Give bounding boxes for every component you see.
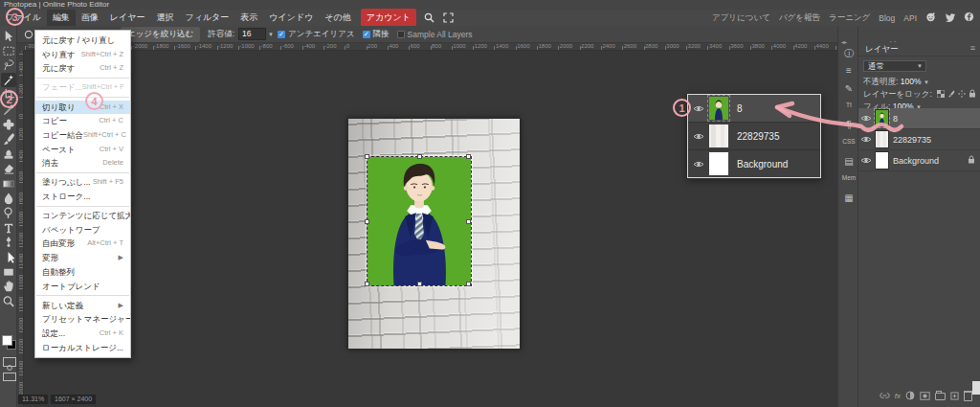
edit-menu-item[interactable]: コピーCtrl + C [35, 114, 130, 128]
twitter-icon[interactable] [945, 11, 955, 24]
opacity-caret[interactable]: ▼ [924, 79, 929, 85]
edit-menu-item[interactable]: 元に戻すCtrl + Z [35, 61, 130, 76]
paragraph-panel-icon[interactable]: ¶ [838, 120, 859, 130]
document-size-status[interactable]: 1607 × 2400 [51, 395, 96, 404]
shape-tool[interactable] [1, 264, 16, 279]
layer-row-22829735[interactable]: 22829735 [858, 129, 980, 150]
opacity-row[interactable]: 不透明度: 100% ▼ [863, 77, 933, 88]
selection-handle[interactable] [365, 219, 369, 224]
edit-menu-item[interactable]: 消去Delete [35, 156, 130, 170]
layer-visibility-eye-icon[interactable] [858, 156, 874, 165]
selection-handle[interactable] [417, 154, 422, 159]
reddit-icon[interactable] [925, 11, 936, 24]
edit-menu-item[interactable]: 切り取りCtrl + X [35, 101, 130, 115]
menu-フィルター[interactable]: フィルター [179, 10, 234, 26]
layer-thumbnail[interactable] [876, 152, 888, 169]
edit-menu-item[interactable]: 塗りつぶし...Shift + F5 [35, 175, 130, 190]
lock-position-icon[interactable] [958, 90, 966, 100]
search-icon[interactable] [423, 11, 436, 25]
menu-表示[interactable]: 表示 [234, 10, 263, 26]
gradient-tool[interactable] [1, 176, 16, 191]
screen-mode-button[interactable] [3, 373, 16, 381]
mask-icon[interactable] [920, 391, 930, 401]
lock-paint-icon[interactable] [947, 90, 955, 100]
document-canvas[interactable] [347, 118, 521, 350]
edit-menu-item[interactable]: プリセットマネージャー... [35, 312, 130, 327]
selection-handle[interactable] [466, 219, 471, 224]
hand-tool[interactable] [1, 280, 16, 294]
edit-menu-item[interactable]: 設定...Ctrl + K [35, 327, 130, 341]
selection-handle[interactable] [466, 154, 471, 159]
type-tool[interactable] [1, 220, 16, 235]
edit-menu-item[interactable]: オートブレンド [35, 280, 130, 294]
link-Blog[interactable]: Blog [879, 13, 895, 23]
layer-thumbnail[interactable] [876, 110, 888, 126]
menu-ウインドウ[interactable]: ウインドウ [263, 10, 319, 26]
lock-all-icon[interactable] [969, 89, 976, 100]
marquee-tool[interactable] [1, 43, 16, 57]
effects-icon[interactable]: fx [895, 391, 901, 401]
dodge-tool[interactable] [1, 206, 16, 220]
magic-wand-tool[interactable] [1, 73, 16, 87]
menu-編集[interactable]: 編集 [47, 10, 76, 26]
selection-handle[interactable] [365, 154, 369, 159]
link-バグを報告[interactable]: バグを報告 [779, 12, 820, 24]
properties-panel-icon[interactable]: ≡ [838, 65, 859, 76]
account-button[interactable]: アカウント [361, 9, 416, 27]
zoom-tool[interactable] [1, 294, 16, 308]
layer-row-Background[interactable]: Background [858, 150, 980, 171]
selection-handle[interactable] [466, 282, 471, 286]
clone-stamp-tool[interactable] [1, 147, 16, 161]
layer-name[interactable]: Background [893, 156, 968, 166]
option-check-Sample All Layers[interactable]: Sample All Layers [397, 29, 473, 40]
link-icon[interactable] [880, 391, 890, 401]
fullscreen-icon[interactable] [442, 11, 456, 25]
checkbox-icon[interactable]: ✓ [278, 31, 285, 38]
edit-menu-item[interactable]: コピー結合Shift+Ctrl + C [35, 128, 130, 143]
collapse-left-icon[interactable]: ◂▸ [841, 38, 847, 45]
selection-mode-new-icon[interactable] [22, 28, 35, 41]
delete-icon[interactable] [964, 391, 972, 401]
edit-menu-item[interactable]: やり直すShift+Ctrl + Z [35, 48, 130, 62]
tolerance-caret[interactable]: ▼ [268, 32, 274, 37]
blur-tool[interactable] [1, 191, 16, 205]
picture-panel-icon[interactable]: ▦ [838, 192, 859, 203]
css-panel-icon[interactable]: CSS [838, 138, 859, 145]
checkbox-icon[interactable]: ✓ [363, 31, 370, 38]
layer-visibility-eye-icon[interactable] [858, 114, 874, 123]
quick-mask-button[interactable] [3, 357, 16, 367]
selection-handle[interactable] [417, 282, 422, 286]
edit-menu-item[interactable]: ストローク... [35, 190, 130, 204]
layer-thumbnail[interactable] [876, 131, 888, 147]
opacity-value[interactable]: 100% [901, 77, 922, 86]
menu-画像[interactable]: 画像 [76, 10, 104, 26]
new-layer-icon[interactable] [950, 391, 959, 401]
edit-menu-item[interactable]: 元に戻す / やり直し [35, 34, 130, 48]
layers-panel-title[interactable]: レイヤー [865, 44, 899, 56]
green-screen-selection[interactable] [367, 156, 472, 286]
menu-レイヤー[interactable]: レイヤー [104, 10, 151, 26]
selection-handle[interactable] [365, 282, 369, 286]
lock-transparency-icon[interactable] [937, 90, 945, 100]
brush-tool[interactable] [1, 132, 16, 147]
edit-menu-item[interactable]: パペットワープ [35, 223, 130, 237]
layer-name[interactable]: 8 [893, 114, 980, 124]
panel-menu-icon[interactable]: ≡ [970, 43, 975, 53]
pen-tool[interactable] [1, 236, 16, 250]
history-panel-icon[interactable]: ✎ [838, 83, 859, 94]
eraser-tool[interactable] [1, 162, 16, 176]
edit-menu-item[interactable]: 自由変形Alt+Ctrl + T [35, 237, 130, 251]
checkbox-icon[interactable] [397, 31, 405, 38]
edit-menu-item[interactable]: 自動整列 [35, 265, 130, 280]
zoom-level-status[interactable]: 11.31% [18, 395, 48, 404]
link-API[interactable]: API [903, 13, 917, 23]
path-select-tool[interactable] [1, 250, 16, 264]
edit-menu-item[interactable]: コンテンツに応じて拡大 [35, 209, 130, 223]
layer-name[interactable]: 22829735 [893, 135, 980, 145]
lasso-tool[interactable] [1, 58, 16, 73]
menu-選択[interactable]: 選択 [150, 10, 179, 26]
scrollbar-thumb[interactable] [972, 381, 980, 395]
edit-menu-item[interactable]: ローカルストレージ... [35, 341, 130, 355]
folder-icon[interactable] [935, 391, 946, 401]
blend-mode-select[interactable]: 通常 ▼ [863, 60, 926, 72]
